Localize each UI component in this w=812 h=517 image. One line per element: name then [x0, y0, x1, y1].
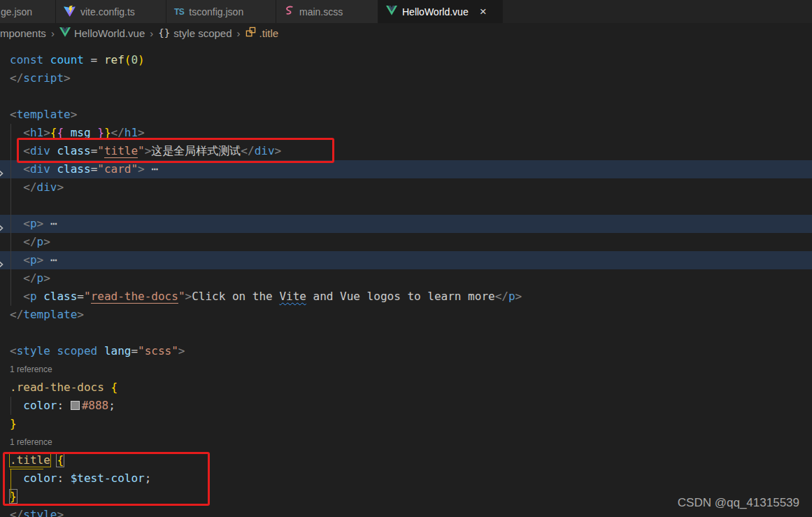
csdn-watermark: CSDN @qq_41315539 [678, 496, 799, 510]
code-token: ref [104, 53, 124, 66]
code-token [37, 290, 44, 303]
code-line: <p class="read-the-docs">Click on the Vi… [0, 288, 812, 306]
annotation-box-title-rule [3, 452, 210, 506]
code-token [50, 162, 57, 176]
code-token: </ [10, 180, 37, 194]
code-line [0, 324, 812, 342]
breadcrumb-item-title-symbol[interactable]: .title [245, 27, 279, 39]
code-token: </ [10, 271, 37, 285]
code-token: > [43, 271, 50, 285]
code-token: ⋯ [151, 162, 158, 176]
breadcrumb-separator: › [150, 27, 153, 39]
code-token: : [57, 399, 64, 412]
code-line: color: #888; [0, 397, 812, 415]
code-token: > [57, 508, 64, 517]
code-token: > [37, 253, 44, 267]
code-token: style [17, 344, 50, 357]
breadcrumb-item-components[interactable]: mponents [0, 27, 46, 39]
code-token: </ [495, 290, 508, 303]
code-token: and Vue logos to learn more [306, 290, 495, 303]
code-token: Vite [279, 290, 306, 303]
code-token: const [10, 53, 43, 66]
code-token: < [10, 162, 30, 176]
code-line: <template> [0, 106, 812, 124]
code-token: </ [10, 71, 23, 85]
code-token: "scss" [138, 344, 178, 357]
code-line: <p> ⋯ [0, 215, 812, 233]
codelens-reference[interactable]: 1 reference [0, 360, 812, 378]
code-token: > [77, 308, 84, 321]
vscode-window: ge.json vite.config.ts TS tsconfig.json … [0, 0, 812, 517]
breadcrumb-item-style-scoped[interactable]: {} style scoped [158, 27, 232, 39]
breadcrumb-item-file[interactable]: HelloWorld.vue [59, 27, 145, 39]
codelens-label: 1 reference [10, 364, 52, 374]
code-token: 0 [131, 53, 138, 66]
code-token [43, 53, 50, 66]
code-token: { [111, 381, 118, 394]
code-token: = [84, 53, 104, 66]
breadcrumb: mponents › HelloWorld.vue › {} style sco… [0, 23, 812, 43]
code-line: </div> [0, 178, 812, 197]
code-line: </p> [0, 269, 812, 288]
close-tab-icon[interactable]: × [480, 6, 487, 17]
code-token: p [508, 290, 515, 303]
code-token: " [178, 290, 185, 303]
code-line: </p> [0, 233, 812, 251]
code-token [10, 399, 23, 412]
braces-icon: {} [158, 27, 170, 38]
code-token: ) [138, 53, 145, 66]
code-line: </script> [0, 69, 812, 87]
code-token: div [37, 180, 57, 194]
code-token: class [57, 162, 90, 176]
code-line: <p> ⋯ [0, 251, 812, 269]
tab-label: ge.json [1, 6, 32, 17]
code-token: } [10, 417, 17, 430]
indent-guide [10, 124, 11, 306]
code-token [145, 162, 152, 176]
code-token: > [57, 180, 64, 194]
code-token [104, 381, 111, 394]
code-line: const count = ref(0) [0, 51, 812, 69]
code-token: > [185, 290, 192, 303]
sass-icon [284, 5, 294, 18]
code-token: .read-the-docs [10, 381, 104, 394]
codelens-reference[interactable]: 1 reference [0, 433, 812, 451]
code-token: p [30, 217, 37, 230]
code-token: " [84, 290, 91, 303]
breadcrumb-separator: › [51, 27, 55, 39]
code-token: card [104, 162, 131, 176]
code-token: > [515, 290, 522, 303]
code-token: Click on the [192, 290, 279, 303]
code-token: < [10, 253, 30, 267]
tab-vite-config[interactable]: vite.config.ts [56, 0, 166, 23]
code-token: style [23, 508, 57, 517]
code-editor[interactable]: const count = ref(0)</script><template> … [0, 43, 812, 517]
code-token: #888 [82, 399, 109, 412]
code-token: > [37, 217, 44, 230]
typescript-icon: TS [174, 7, 184, 17]
code-token: scoped [57, 344, 97, 357]
editor-tab-bar: ge.json vite.config.ts TS tsconfig.json … [0, 0, 812, 23]
annotation-box-title-div [17, 138, 334, 163]
color-swatch [71, 401, 80, 410]
code-token: p [37, 235, 44, 248]
code-token: script [23, 71, 64, 85]
code-token: p [30, 290, 37, 303]
tab-helloworld-vue[interactable]: HelloWorld.vue × [378, 0, 503, 23]
code-token: ; [108, 399, 115, 412]
code-token: count [50, 53, 84, 66]
code-token: > [64, 71, 71, 85]
css-class-symbol-icon [245, 27, 256, 39]
code-token: < [10, 108, 17, 121]
code-token: </ [10, 508, 23, 517]
code-token: </ [10, 308, 23, 321]
tab-main-scss[interactable]: main.scss [276, 0, 378, 23]
code-line: <style scoped lang="scss"> [0, 342, 812, 360]
code-token: div [30, 162, 50, 176]
vite-icon [64, 5, 76, 19]
tab-tsconfig[interactable]: TS tsconfig.json [166, 0, 276, 23]
code-token: ⋯ [50, 217, 57, 230]
breadcrumb-separator: › [237, 27, 241, 39]
tab-package-json[interactable]: ge.json [0, 0, 56, 23]
vue-icon [59, 27, 71, 39]
